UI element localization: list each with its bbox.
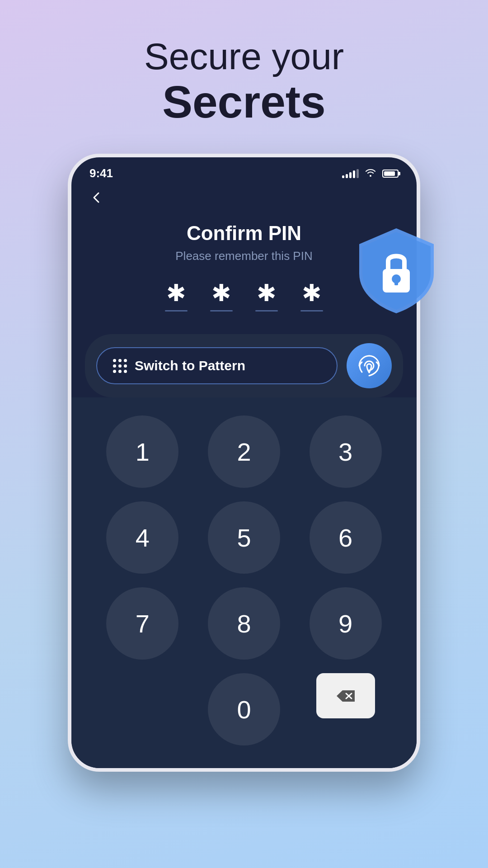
status-icons (342, 167, 399, 180)
svg-rect-2 (394, 279, 398, 285)
switch-to-pattern-button[interactable]: Switch to Pattern (96, 347, 338, 384)
fingerprint-button[interactable] (347, 343, 392, 388)
key-1[interactable]: 1 (106, 415, 178, 488)
pin-dots: ✱ ✱ ✱ ✱ (89, 281, 399, 311)
action-row: Switch to Pattern (85, 334, 403, 397)
pin-dot-4: ✱ (300, 281, 323, 311)
key-3[interactable]: 3 (310, 415, 382, 488)
key-0[interactable]: 0 (208, 673, 280, 745)
key-4[interactable]: 4 (106, 501, 178, 574)
phone-wrapper: 9:41 (68, 154, 420, 772)
key-empty (106, 673, 178, 745)
header-line1: Secure your (144, 36, 344, 77)
pin-subtitle: Please remember this PIN (89, 249, 399, 263)
pin-title: Confirm PIN (89, 222, 399, 245)
key-delete[interactable] (316, 673, 375, 718)
status-bar: 9:41 (71, 157, 417, 185)
key-9[interactable]: 9 (310, 587, 382, 660)
key-8[interactable]: 8 (208, 587, 280, 660)
key-2[interactable]: 2 (208, 415, 280, 488)
switch-pattern-label: Switch to Pattern (135, 358, 245, 373)
pin-dot-2: ✱ (210, 281, 233, 311)
numpad-grid: 1 2 3 4 5 6 7 8 9 0 (99, 415, 389, 745)
pin-dot-1: ✱ (165, 281, 188, 311)
pin-dot-3: ✱ (255, 281, 278, 311)
grid-dots-icon (113, 359, 127, 373)
battery-icon (382, 170, 399, 178)
wifi-icon (364, 167, 377, 180)
status-time: 9:41 (89, 166, 113, 180)
header-line2: Secrets (144, 77, 344, 127)
header-section: Secure your Secrets (144, 36, 344, 127)
key-6[interactable]: 6 (310, 501, 382, 574)
key-5[interactable]: 5 (208, 501, 280, 574)
key-7[interactable]: 7 (106, 587, 178, 660)
lock-shield-badge (355, 224, 438, 316)
signal-icon (342, 169, 359, 178)
numpad: 1 2 3 4 5 6 7 8 9 0 (71, 397, 417, 768)
back-button[interactable] (71, 185, 417, 208)
